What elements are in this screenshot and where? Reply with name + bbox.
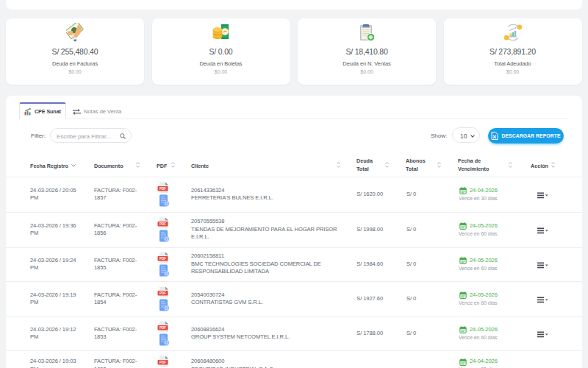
svg-text:PDF: PDF — [159, 326, 166, 330]
svg-text:PDF: PDF — [159, 361, 166, 364]
svg-text:PDF: PDF — [159, 257, 166, 261]
svg-text:PDF: PDF — [159, 222, 166, 226]
svg-text:PDF: PDF — [159, 187, 166, 191]
svg-text:PDF: PDF — [159, 291, 166, 295]
